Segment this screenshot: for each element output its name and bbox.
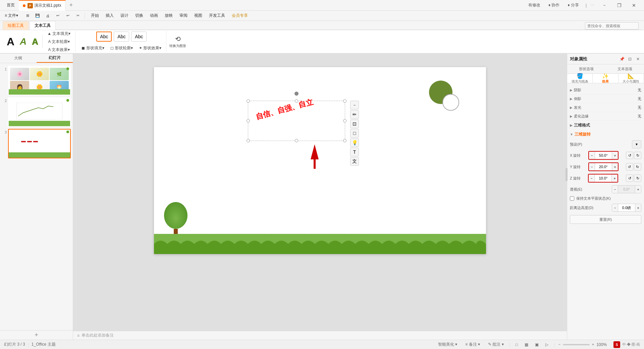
perspective-minus[interactable]: － <box>612 186 618 193</box>
x-rotation-input[interactable] <box>595 152 612 159</box>
new-tab-btn[interactable]: + <box>66 0 76 11</box>
tab-drawing-tools[interactable]: 绘图工具 <box>3 21 29 30</box>
menu-animation[interactable]: 动画 <box>147 11 161 20</box>
x-rotation-minus[interactable]: － <box>589 152 595 159</box>
shape-fill-btn[interactable]: ◼ 形状填充▾ <box>79 44 106 52</box>
view-btn-4[interactable]: ▷ <box>543 342 551 348</box>
shape-outline-btn[interactable]: ◻ 形状轮廓▾ <box>108 44 135 52</box>
view-btn-3[interactable]: ▣ <box>532 342 541 348</box>
big-a-black-btn[interactable]: A <box>5 36 16 48</box>
slide-item-3[interactable]: 3 <box>2 129 71 158</box>
handle-bl[interactable] <box>247 139 250 142</box>
add-slide-btn[interactable]: + <box>0 330 73 340</box>
distance-input[interactable] <box>618 204 635 211</box>
smart-beautify-btn[interactable]: 智能美化 ▾ <box>435 341 460 348</box>
rotate-handle[interactable] <box>294 92 299 96</box>
slide-item-2[interactable]: 2 <box>2 97 71 127</box>
toolbar-btn-1[interactable]: ⊞ <box>23 11 32 20</box>
distance-plus[interactable]: ＋ <box>635 204 641 211</box>
float-btn-6[interactable]: T <box>350 148 359 156</box>
z-rotation-plus[interactable]: ＋ <box>611 174 618 182</box>
3d-format-header[interactable]: ▶ 三维格式 <box>570 121 641 130</box>
restore-btn[interactable]: ❐ <box>612 0 627 11</box>
menu-slideshow[interactable]: 放映 <box>161 11 176 20</box>
zoom-in-btn[interactable]: ＋ <box>591 342 595 347</box>
glow-expand[interactable]: ▶ <box>570 106 573 109</box>
abc-btn-3[interactable]: Abc <box>131 32 147 42</box>
abc-btn-1[interactable]: Abc <box>96 32 112 42</box>
big-a-outline-btn[interactable]: A <box>31 37 40 47</box>
toolbar-btn-3[interactable]: 🖨 <box>43 11 52 20</box>
x-rotation-plus[interactable]: ＋ <box>612 152 618 159</box>
big-a-green-btn[interactable]: A <box>18 36 28 47</box>
search-input[interactable] <box>585 22 639 30</box>
notes-placeholder[interactable]: 单击此处添加备注 <box>82 333 114 338</box>
menu-start[interactable]: 开始 <box>88 11 102 20</box>
view-btn-1[interactable]: □ <box>513 342 521 348</box>
perspective-input[interactable] <box>618 186 635 193</box>
abc-btn-2[interactable]: Abc <box>114 32 129 42</box>
zoom-out-btn[interactable]: － <box>557 342 561 347</box>
slide-thumb-1[interactable]: 🌸 🌼 🌿 👩 🌼 <box>8 66 71 95</box>
float-btn-3[interactable]: ⊡ <box>350 119 359 128</box>
effects-subtab[interactable]: ✨效果 <box>593 74 618 83</box>
z-rotation-input[interactable] <box>595 174 611 182</box>
y-rotation-input[interactable] <box>595 163 612 170</box>
x-cw-btn[interactable]: ↻ <box>634 152 641 159</box>
share-btn[interactable]: ♦ 分享 <box>565 2 581 9</box>
slide-thumb-2[interactable] <box>8 97 71 127</box>
panel-restore-icon[interactable]: ⊡ <box>627 56 633 62</box>
menu-view[interactable]: 视图 <box>191 11 206 20</box>
z-rotation-minus[interactable]: － <box>589 174 595 182</box>
3d-rotation-expand[interactable]: ▼ <box>570 133 573 136</box>
minimize-btn[interactable]: － <box>597 0 612 11</box>
y-cw-btn[interactable]: ↻ <box>634 163 641 170</box>
toolbar-btn-4[interactable]: ↩ <box>53 11 62 20</box>
menu-file[interactable]: ≡ 文件▾ <box>1 11 21 20</box>
handle-br[interactable] <box>343 139 346 142</box>
annotations-btn[interactable]: ✎ 批注 ▾ <box>485 341 506 348</box>
close-btn[interactable]: ✕ <box>627 0 641 11</box>
menu-design[interactable]: 设计 <box>117 11 132 20</box>
float-btn-1[interactable]: － <box>350 101 359 109</box>
perspective-plus[interactable]: ＋ <box>635 186 641 193</box>
home-tab[interactable]: 首页 <box>3 0 19 11</box>
text-box[interactable]: 自信、自强、自立 <box>248 101 345 141</box>
fill-stroke-subtab[interactable]: 🪣填充与线条 <box>567 74 593 83</box>
reset-btn[interactable]: 重置(R) <box>570 215 641 224</box>
distance-minus[interactable]: － <box>612 204 618 211</box>
menu-transition[interactable]: 切换 <box>132 11 147 20</box>
text-fill-btn[interactable]: ▲ 文本填充▾ <box>45 30 72 37</box>
notes-bar[interactable]: ≡ 单击此处添加备注 <box>73 331 567 340</box>
slide-thumb-3[interactable] <box>8 129 71 158</box>
outline-tab[interactable]: 大纲 <box>0 54 37 63</box>
keep-text-label[interactable]: 保持文本平面状态(K) <box>576 196 611 201</box>
y-ccw-btn[interactable]: ↺ <box>626 163 633 170</box>
modify-btn[interactable]: 有修改 <box>526 2 543 9</box>
slide-canvas[interactable]: 自信、自强、自立 － ✏ ⊡ □ 💡 T 文 <box>154 67 486 254</box>
y-rotation-minus[interactable]: － <box>589 163 595 170</box>
panel-resize-handle[interactable] <box>566 168 568 181</box>
panel-close-icon[interactable]: ✕ <box>635 56 641 62</box>
zoom-slider[interactable] <box>563 344 590 345</box>
slides-tab[interactable]: 幻灯片 <box>37 54 73 63</box>
doc-tab[interactable]: P 演示文稿1.pptx <box>19 0 66 11</box>
shape-options-tab[interactable]: 形状选项 <box>567 64 606 73</box>
size-properties-subtab[interactable]: 📐大小与属性 <box>619 74 644 83</box>
reflection-expand[interactable]: ▶ <box>570 97 573 101</box>
float-btn-7[interactable]: 文 <box>350 157 359 166</box>
shape-effect-btn[interactable]: ✦ 形状效果▾ <box>137 44 163 52</box>
soft-edge-expand[interactable]: ▶ <box>570 114 573 118</box>
notes-btn[interactable]: ≡ 备注 ▾ <box>463 341 483 348</box>
3d-rotation-header[interactable]: ▼ 三维旋转 <box>570 130 641 139</box>
text-effect-btn[interactable]: A 文本效果▾ <box>45 46 72 53</box>
handle-tl[interactable] <box>247 99 250 103</box>
x-ccw-btn[interactable]: ↺ <box>626 152 633 159</box>
shadow-expand[interactable]: ▶ <box>570 88 573 92</box>
float-btn-4[interactable]: □ <box>350 129 359 138</box>
float-btn-2[interactable]: ✏ <box>350 110 359 119</box>
view-btn-2[interactable]: ▦ <box>522 342 531 348</box>
text-options-tab[interactable]: 文本选项 <box>606 64 644 73</box>
tab-text-tools[interactable]: 文本工具 <box>30 21 56 30</box>
slide-text[interactable]: 自信、自强、自立 <box>255 97 314 122</box>
